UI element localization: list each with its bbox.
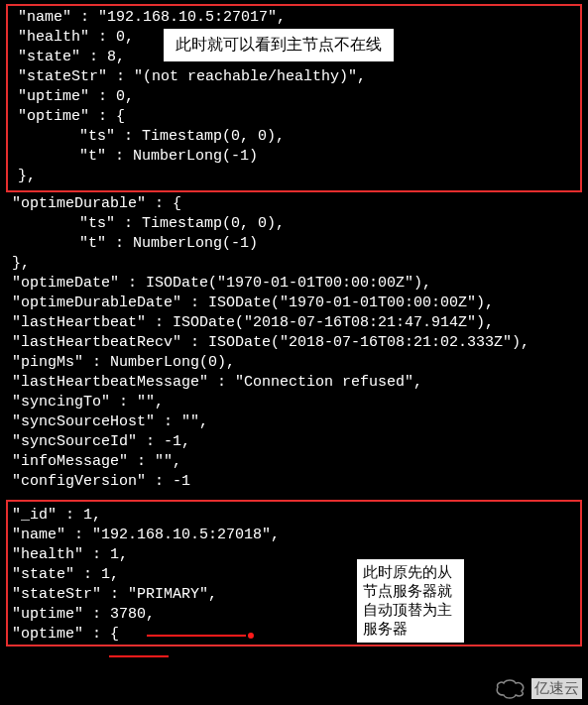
json-line: "t" : NumberLong(-1) xyxy=(12,234,582,254)
json-line: }, xyxy=(12,254,582,274)
json-line: "t" : NumberLong(-1) xyxy=(12,147,576,167)
annotation-callout-2: 此时原先的从节点服务器就自动顶替为主服务器 xyxy=(356,558,465,644)
json-line: "name" : "192.168.10.5:27017", xyxy=(12,8,576,28)
json-line: "health" : 1, xyxy=(12,545,576,565)
red-underline-1 xyxy=(147,635,246,637)
json-line: "infoMessage" : "", xyxy=(12,452,582,472)
json-line: "ts" : Timestamp(0, 0), xyxy=(12,127,576,147)
json-line: "configVersion" : -1 xyxy=(12,472,582,492)
json-line: "state" : 1, xyxy=(12,565,576,585)
json-line: "stateStr" : "PRIMARY", xyxy=(12,585,576,605)
json-line: "optime" : { xyxy=(12,625,576,645)
json-line: "lastHeartbeatMessage" : "Connection ref… xyxy=(12,373,582,393)
json-middle-block: "optimeDurable" : { "ts" : Timestamp(0, … xyxy=(0,194,588,492)
json-line: "optime" : { xyxy=(12,107,576,127)
red-underline-2 xyxy=(109,655,169,657)
json-line: "pingMs" : NumberLong(0), xyxy=(12,353,582,373)
json-line: "ts" : Timestamp(0, 0), xyxy=(12,214,582,234)
json-line: "uptime" : 0, xyxy=(12,87,576,107)
json-line: "stateStr" : "(not reachable/healthy)", xyxy=(12,67,576,87)
cloud-icon xyxy=(494,677,528,699)
red-dot-icon xyxy=(248,633,254,639)
highlight-box-1: "name" : "192.168.10.5:27017", "health" … xyxy=(6,4,582,192)
terminal-output: "name" : "192.168.10.5:27017", "health" … xyxy=(0,0,588,646)
json-line: "optimeDurable" : { xyxy=(12,194,582,214)
json-line: "lastHeartbeat" : ISODate("2018-07-16T08… xyxy=(12,313,582,333)
json-line: "optimeDurableDate" : ISODate("1970-01-0… xyxy=(12,294,582,313)
json-line: "syncSourceId" : -1, xyxy=(12,432,582,452)
json-line: "lastHeartbeatRecv" : ISODate("2018-07-1… xyxy=(12,333,582,353)
json-line: "optimeDate" : ISODate("1970-01-01T00:00… xyxy=(12,274,582,294)
json-line: }, xyxy=(12,167,576,186)
annotation-callout-1: 此时就可以看到主节点不在线 xyxy=(163,28,395,62)
watermark-text: 亿速云 xyxy=(531,678,582,699)
json-line: "uptime" : 3780, xyxy=(12,605,576,625)
highlight-box-2: "_id" : 1, "name" : "192.168.10.5:27018"… xyxy=(6,500,582,646)
json-line: "syncSourceHost" : "", xyxy=(12,412,582,432)
watermark: 亿速云 xyxy=(494,677,582,699)
json-line: "syncingTo" : "", xyxy=(12,393,582,412)
json-line: "_id" : 1, xyxy=(12,506,576,526)
json-line: "name" : "192.168.10.5:27018", xyxy=(12,526,576,545)
